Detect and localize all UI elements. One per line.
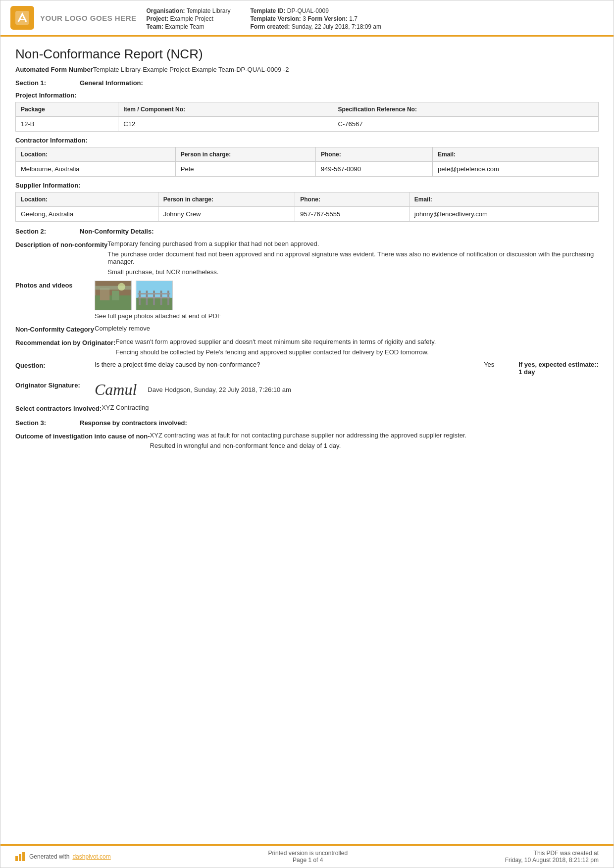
contractor-col-location: Location:	[16, 147, 176, 162]
contractor-person: Pete	[175, 162, 315, 177]
footer-center: Printed version is uncontrolled Page 1 o…	[268, 850, 348, 864]
question-row: Question: Is there a project time delay …	[15, 361, 599, 376]
project-line: Project: Example Project	[147, 15, 231, 22]
originator-sig-row: Originator Signature: Camul Dave Hodgson…	[15, 381, 599, 399]
form-number-value: Template Library-Example Project-Example…	[93, 66, 289, 73]
signature-row-content: Camul Dave Hodgson, Sunday, 22 July 2018…	[95, 381, 599, 399]
photos-value: See full page photos attached at end of …	[95, 281, 599, 320]
svg-rect-18	[22, 852, 25, 861]
project-item: C12	[118, 117, 333, 132]
description-p1: Temporary fencing purchased from a suppl…	[107, 240, 599, 247]
contractor-col-email: Email:	[432, 147, 598, 162]
description-label: Description of non-conformity	[15, 240, 107, 248]
photos-row: Photos and videos	[15, 281, 599, 320]
photo-container	[95, 281, 599, 310]
svg-rect-4	[112, 290, 119, 300]
question-estimate: If yes, expected estimate::1 day	[518, 361, 599, 376]
project-spec: C-76567	[333, 117, 598, 132]
signature-image: Camul	[95, 381, 137, 399]
template-id-line: Template ID: DP-QUAL-0009	[250, 7, 381, 14]
svg-point-6	[118, 283, 125, 290]
section3-header: Section 3: Response by contractors invol…	[15, 419, 599, 427]
footer: Generated with dashpivot.com Printed ver…	[0, 844, 614, 868]
select-contractors-value: XYZ Contracting	[102, 404, 599, 411]
nc-category-row: Non-Conformity Category Completely remov…	[15, 325, 599, 333]
question-estimate-label: If yes, expected estimate::	[518, 361, 599, 368]
supplier-col-email: Email:	[409, 193, 598, 207]
nc-category-label: Non-Conformity Category	[15, 325, 95, 333]
section2-title: Non-Conformity Details:	[80, 228, 154, 235]
supplier-col-person: Person in charge:	[158, 193, 295, 207]
footer-right-date: Friday, 10 August 2018, 8:21:12 pm	[505, 857, 599, 864]
supplier-person: Johnny Crew	[158, 207, 295, 222]
outcome-p2: Resulted in wrongful and non-conformant …	[150, 442, 599, 449]
recommendation-label: Recommendat ion by Originator:	[15, 338, 115, 346]
report-title: Non-Conformance Report (NCR)	[15, 47, 599, 62]
question-estimate-value: 1 day	[518, 368, 535, 376]
supplier-phone: 957-767-5555	[295, 207, 409, 222]
org-line: Organisation: Template Library	[147, 7, 231, 14]
svg-rect-17	[19, 854, 21, 861]
description-p3: Small purchase, but NCR nonetheless.	[107, 268, 599, 276]
svg-rect-14	[138, 293, 170, 294]
supplier-col-phone: Phone:	[295, 193, 409, 207]
svg-rect-16	[15, 856, 18, 861]
contractor-row: Melbourne, Australia Pete 949-567-0090 p…	[16, 162, 599, 177]
logo-area: YOUR LOGO GOES HERE	[10, 5, 137, 30]
project-col-item: Item / Component No:	[118, 102, 333, 117]
header-col-left: Organisation: Template Library Project: …	[147, 7, 231, 30]
header-meta: Organisation: Template Library Project: …	[147, 5, 604, 30]
question-text: Is there a project time delay caused by …	[95, 361, 474, 368]
form-number-row: Automated Form Number Template Library-E…	[15, 66, 599, 73]
recommendation-p2: Fencing should be collected by Pete's fe…	[115, 348, 599, 356]
description-row: Description of non-conformity Temporary …	[15, 240, 599, 276]
contractor-table: Location: Person in charge: Phone: Email…	[15, 147, 599, 177]
footer-link[interactable]: dashpivot.com	[72, 853, 110, 860]
footer-generated-text: Generated with	[29, 853, 69, 860]
supplier-location: Geelong, Australia	[16, 207, 158, 222]
footer-page: Page 1 of 4	[268, 857, 348, 864]
project-info-title: Project Information:	[15, 92, 599, 99]
header: YOUR LOGO GOES HERE Organisation: Templa…	[0, 0, 614, 37]
footer-uncontrolled: Printed version is uncontrolled	[268, 850, 348, 857]
header-col-right: Template ID: DP-QUAL-0009 Template Versi…	[250, 7, 381, 30]
outcome-label: Outcome of investigation into cause of n…	[15, 432, 150, 440]
project-table: Package Item / Component No: Specificati…	[15, 102, 599, 132]
select-contractors-label: Select contractors involved:	[15, 404, 102, 412]
section3-title: Response by contractors involved:	[80, 419, 187, 427]
question-content: Is there a project time delay caused by …	[95, 361, 599, 376]
contractor-email: pete@petefence.com	[432, 162, 598, 177]
select-contractors-row: Select contractors involved: XYZ Contrac…	[15, 404, 599, 412]
originator-sig-label: Originator Signature:	[15, 381, 95, 389]
svg-rect-15	[138, 297, 170, 298]
photo-thumb-2	[136, 281, 173, 310]
team-line: Team: Example Team	[147, 23, 231, 30]
question-label: Question:	[15, 361, 95, 369]
outcome-p1: XYZ contracting was at fault for not con…	[150, 432, 599, 439]
outcome-row: Outcome of investigation into cause of n…	[15, 432, 599, 449]
nc-category-value: Completely remove	[95, 325, 599, 332]
recommendation-row: Recommendat ion by Originator: Fence was…	[15, 338, 599, 356]
contractor-col-person: Person in charge:	[175, 147, 315, 162]
svg-rect-3	[100, 289, 109, 300]
supplier-row: Geelong, Australia Johnny Crew 957-767-5…	[16, 207, 599, 222]
supplier-info-title: Supplier Information:	[15, 182, 599, 189]
footer-right-text: This PDF was created at	[505, 850, 599, 857]
outcome-value: XYZ contracting was at fault for not con…	[150, 432, 599, 449]
project-package: 12-B	[16, 117, 118, 132]
originator-sig-meta: Dave Hodgson, Sunday, 22 July 2018, 7:26…	[148, 386, 291, 393]
section1-title: General Information:	[80, 79, 143, 87]
footer-right: This PDF was created at Friday, 10 Augus…	[505, 850, 599, 864]
photos-label: Photos and videos	[15, 281, 95, 289]
svg-rect-5	[95, 286, 131, 290]
photos-caption: See full page photos attached at end of …	[95, 312, 599, 320]
originator-sig-value: Camul Dave Hodgson, Sunday, 22 July 2018…	[95, 381, 599, 399]
project-col-package: Package	[16, 102, 118, 117]
contractor-phone: 949-567-0090	[316, 162, 433, 177]
template-version-line: Template Version: 3 Form Version: 1.7	[250, 15, 381, 22]
description-value: Temporary fencing purchased from a suppl…	[107, 240, 599, 276]
description-p2: The purchase order document had not been…	[107, 250, 599, 265]
supplier-table: Location: Person in charge: Phone: Email…	[15, 192, 599, 222]
form-created-line: Form created: Sunday, 22 July 2018, 7:18…	[250, 23, 381, 30]
supplier-email: johnny@fencedlivery.com	[409, 207, 598, 222]
